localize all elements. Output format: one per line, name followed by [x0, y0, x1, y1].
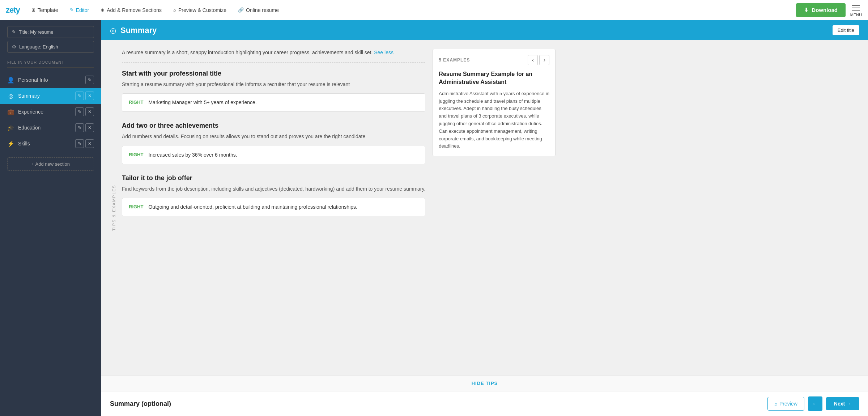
footer-actions: ⌕ Preview ← Next →: [767, 396, 859, 411]
tip-3-desc: Find keywords from the job description, …: [122, 185, 425, 193]
sidebar-item-education[interactable]: 🎓 Education ✎ ✕: [0, 120, 101, 136]
title-icon: ✎: [12, 29, 16, 35]
download-icon: ⬇: [804, 7, 809, 13]
skills-delete-btn[interactable]: ✕: [85, 139, 94, 148]
examples-next-btn[interactable]: ›: [539, 55, 549, 65]
tip-2-example-text: Increased sales by 36% over 6 months.: [148, 151, 237, 159]
tips-panel: A resume summary is a short, snappy intr…: [122, 49, 425, 366]
tip-2-desc: Add numbers and details. Focusing on res…: [122, 132, 425, 140]
doc-buttons: ✎ Title: My resume ⚙ Language: English: [0, 26, 101, 59]
sidebar-item-personal-info[interactable]: 👤 Personal Info ✎: [0, 72, 101, 88]
skills-icon: ⚡: [7, 140, 14, 147]
tip-1-heading: Start with your professional title: [122, 70, 425, 77]
education-actions: ✎ ✕: [75, 123, 94, 132]
tip-block-3: Tailor it to the job offer Find keywords…: [122, 174, 425, 216]
content-inner: TIPS & EXAMPLES A resume summary is a sh…: [101, 40, 868, 375]
section-header-title: Summary: [120, 26, 828, 35]
tips-rotated-label: TIPS & EXAMPLES: [110, 49, 118, 366]
summary-edit-btn[interactable]: ✎: [75, 92, 84, 100]
example-card-text: Administrative Assistant with 5 years of…: [439, 90, 549, 150]
tip-block-2: Add two or three achievements Add number…: [122, 122, 425, 164]
tip-3-right-label: RIGHT: [129, 203, 143, 209]
main-content: ◎ Summary Edit title TIPS & EXAMPLES A r…: [101, 20, 868, 416]
nav-editor[interactable]: ✎ Editor: [65, 5, 94, 15]
experience-delete-btn[interactable]: ✕: [85, 107, 94, 116]
fill-document-label: FILL IN YOUR DOCUMENT: [0, 60, 101, 67]
skills-actions: ✎ ✕: [75, 139, 94, 148]
tip-2-heading: Add two or three achievements: [122, 122, 425, 130]
personal-info-icon: 👤: [7, 77, 14, 84]
language-icon: ⚙: [12, 44, 16, 50]
examples-navigation: ‹ ›: [528, 55, 549, 65]
personal-info-actions: ✎: [85, 76, 94, 84]
tip-block-1: Start with your professional title Start…: [122, 70, 425, 112]
hide-tips-bar[interactable]: HIDE TIPS: [101, 375, 868, 391]
summary-icon: ◎: [7, 93, 14, 99]
tip-1-right-label: RIGHT: [129, 99, 143, 105]
top-navigation: zety ⊞ Template ✎ Editor ⊕ Add & Remove …: [0, 0, 868, 20]
see-less-link[interactable]: See less: [374, 50, 393, 55]
add-remove-icon: ⊕: [101, 7, 105, 13]
tip-3-example-text: Outgoing and detail-oriented, proficient…: [148, 203, 357, 211]
title-button[interactable]: ✎ Title: My resume: [7, 26, 94, 38]
main-layout: ✎ Title: My resume ⚙ Language: English F…: [0, 20, 868, 416]
sidebar-item-summary[interactable]: ◎ Summary ✎ ✕: [0, 88, 101, 104]
preview-button[interactable]: ⌕ Preview: [767, 397, 804, 411]
examples-count: 5 EXAMPLES: [439, 58, 528, 63]
tip-1-example-text: Marketing Manager with 5+ years of exper…: [148, 99, 256, 106]
sidebar: ✎ Title: My resume ⚙ Language: English F…: [0, 20, 101, 416]
preview-icon: ⌕: [774, 401, 777, 407]
language-button[interactable]: ⚙ Language: English: [7, 41, 94, 53]
online-resume-icon: 🔗: [238, 7, 244, 13]
tip-3-example: RIGHT Outgoing and detail-oriented, prof…: [122, 198, 425, 216]
education-delete-btn[interactable]: ✕: [85, 123, 94, 132]
tip-1-desc: Starting a resume summary with your prof…: [122, 80, 425, 88]
experience-icon: 💼: [7, 109, 14, 115]
back-arrow-button[interactable]: ←: [808, 396, 822, 411]
footer-section-title: Summary (optional): [110, 400, 767, 408]
sidebar-item-experience[interactable]: 💼 Experience ✎ ✕: [0, 104, 101, 120]
tip-1-example: RIGHT Marketing Manager with 5+ years of…: [122, 93, 425, 112]
tips-intro: A resume summary is a short, snappy intr…: [122, 49, 425, 63]
summary-delete-btn[interactable]: ✕: [85, 92, 94, 100]
examples-prev-btn[interactable]: ‹: [528, 55, 538, 65]
nav-right-actions: ⬇ Download MENU: [796, 3, 862, 17]
experience-actions: ✎ ✕: [75, 107, 94, 116]
examples-panel: 5 EXAMPLES ‹ › Resume Summary Example fo…: [433, 49, 556, 156]
nav-online-resume[interactable]: 🔗 Online resume: [234, 5, 283, 15]
education-icon: 🎓: [7, 124, 14, 131]
examples-panel-header: 5 EXAMPLES ‹ ›: [439, 55, 549, 65]
education-edit-btn[interactable]: ✎: [75, 123, 84, 132]
sidebar-item-skills[interactable]: ⚡ Skills ✎ ✕: [0, 136, 101, 152]
example-card-title: Resume Summary Example for an Administra…: [439, 70, 549, 86]
tip-2-example: RIGHT Increased sales by 36% over 6 mont…: [122, 146, 425, 164]
nav-add-remove[interactable]: ⊕ Add & Remove Sections: [96, 5, 166, 15]
editor-icon: ✎: [70, 7, 74, 13]
experience-edit-btn[interactable]: ✎: [75, 107, 84, 116]
next-button[interactable]: Next →: [826, 397, 859, 410]
tips-examples-wrapper: TIPS & EXAMPLES A resume summary is a sh…: [110, 49, 425, 366]
tip-2-right-label: RIGHT: [129, 151, 143, 157]
personal-info-edit-btn[interactable]: ✎: [85, 76, 94, 84]
menu-button[interactable]: MENU: [850, 3, 862, 17]
tip-3-heading: Tailor it to the job offer: [122, 174, 425, 182]
download-button[interactable]: ⬇ Download: [796, 3, 846, 17]
logo: zety: [6, 5, 20, 15]
preview-customize-icon: ⌕: [173, 7, 176, 13]
add-section-button[interactable]: + Add new section: [7, 157, 94, 171]
nav-template[interactable]: ⊞ Template: [27, 5, 63, 15]
section-header-icon: ◎: [110, 26, 116, 35]
sidebar-divider: [7, 67, 94, 68]
template-icon: ⊞: [31, 7, 35, 13]
nav-preview-customize[interactable]: ⌕ Preview & Customize: [169, 5, 231, 15]
edit-title-button[interactable]: Edit title: [833, 25, 859, 35]
footer-bar: Summary (optional) ⌕ Preview ← Next →: [101, 391, 868, 416]
summary-actions: ✎ ✕: [75, 92, 94, 100]
skills-edit-btn[interactable]: ✎: [75, 139, 84, 148]
section-header: ◎ Summary Edit title: [101, 20, 868, 40]
